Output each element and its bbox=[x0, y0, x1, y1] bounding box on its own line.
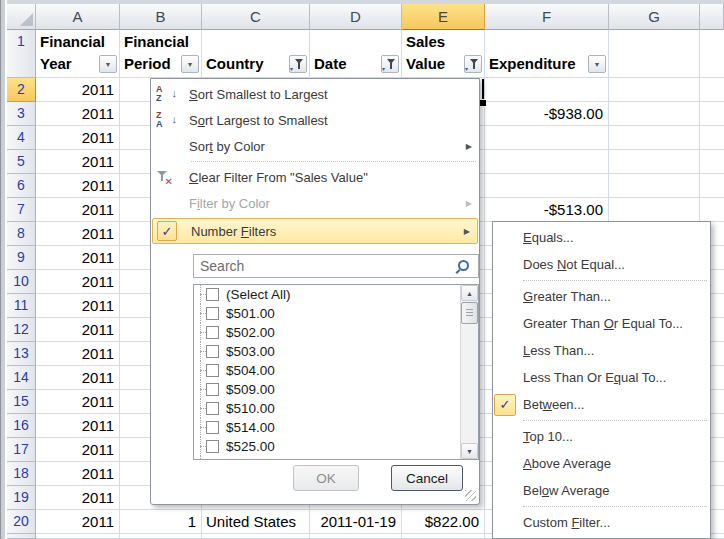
row-header-11[interactable]: 11 bbox=[7, 294, 36, 318]
row-header-17[interactable]: 17 bbox=[7, 438, 36, 462]
row-header-8[interactable]: 8 bbox=[7, 222, 36, 246]
menu-item-equals[interactable]: Equals... bbox=[493, 224, 710, 251]
menu-item-less-than[interactable]: Less Than... bbox=[493, 337, 710, 364]
col-header-G[interactable]: G bbox=[609, 4, 700, 30]
menu-item-top-10[interactable]: Top 10... bbox=[493, 423, 710, 450]
row-header-10[interactable]: 10 bbox=[7, 270, 36, 294]
cell-A14[interactable]: 2011 bbox=[36, 366, 120, 390]
checkbox-icon[interactable] bbox=[206, 345, 219, 358]
filter-value-514-00[interactable]: $514.00 bbox=[194, 418, 478, 437]
cell-G5[interactable] bbox=[609, 150, 700, 174]
cell-A7[interactable]: 2011 bbox=[36, 198, 120, 222]
row-header-2[interactable]: 2 bbox=[7, 78, 36, 102]
cell-G4[interactable] bbox=[609, 126, 700, 150]
menu-item-sort-largest-to-smallest[interactable]: ZA↓Sort Largest to Smallest bbox=[151, 107, 479, 133]
filter-button-country[interactable]: ▾ bbox=[289, 55, 307, 73]
cell-B20[interactable]: 1 bbox=[120, 510, 202, 534]
row-header-18[interactable]: 18 bbox=[7, 462, 36, 486]
menu-item-below-average[interactable]: Below Average bbox=[493, 477, 710, 504]
cell-A3[interactable]: 2011 bbox=[36, 102, 120, 126]
checkbox-icon[interactable] bbox=[206, 421, 219, 434]
cell-A1[interactable]: FinancialYear ▼ bbox=[36, 30, 120, 78]
cell-E[interactable] bbox=[402, 534, 485, 539]
cell-A19[interactable]: 2011 bbox=[36, 486, 120, 510]
col-header-E[interactable]: E bbox=[402, 4, 485, 30]
cell-H4[interactable] bbox=[700, 126, 724, 150]
search-input[interactable] bbox=[194, 255, 478, 277]
cell-B[interactable] bbox=[120, 534, 202, 539]
checkbox-icon[interactable] bbox=[206, 288, 219, 301]
select-all-corner[interactable] bbox=[7, 4, 36, 30]
cell-A15[interactable]: 2011 bbox=[36, 390, 120, 414]
cell-B1[interactable]: FinancialPeriod ▼ bbox=[120, 30, 202, 78]
checkbox-icon[interactable] bbox=[206, 364, 219, 377]
checkbox-icon[interactable] bbox=[206, 383, 219, 396]
filter-value-525-00[interactable]: $525.00 bbox=[194, 437, 478, 456]
cell-H5[interactable] bbox=[700, 150, 724, 174]
menu-item-number-filters[interactable]: ✓Number Filters▶ bbox=[152, 218, 478, 244]
cell-C[interactable] bbox=[202, 534, 310, 539]
cell-F2[interactable] bbox=[485, 78, 609, 102]
cell-C1[interactable]: Country ▾ bbox=[202, 30, 310, 78]
cell-F5[interactable] bbox=[485, 150, 609, 174]
cell-A17[interactable]: 2011 bbox=[36, 438, 120, 462]
cell-A6[interactable]: 2011 bbox=[36, 174, 120, 198]
cell-G3[interactable] bbox=[609, 102, 700, 126]
col-header-C[interactable]: C bbox=[202, 4, 310, 30]
cell-A10[interactable]: 2011 bbox=[36, 270, 120, 294]
cell-H2[interactable] bbox=[700, 78, 724, 102]
cell-A13[interactable]: 2011 bbox=[36, 342, 120, 366]
row-header-7[interactable]: 7 bbox=[7, 198, 36, 222]
row-header-16[interactable]: 16 bbox=[7, 414, 36, 438]
selection-fill-handle[interactable] bbox=[479, 99, 487, 107]
cell-A2[interactable]: 2011 bbox=[36, 78, 120, 102]
ok-button[interactable]: OK bbox=[293, 465, 359, 491]
cell-D[interactable] bbox=[310, 534, 402, 539]
filter-button-financial-period[interactable]: ▼ bbox=[181, 55, 199, 73]
scrollbar[interactable]: ▲ ▼ bbox=[460, 285, 478, 459]
row-header-12[interactable]: 12 bbox=[7, 318, 36, 342]
filter-button-financial-year[interactable]: ▼ bbox=[99, 55, 117, 73]
filter-button-expenditure[interactable]: ▼ bbox=[588, 55, 606, 73]
row-header-3[interactable]: 3 bbox=[7, 102, 36, 126]
checkbox-icon[interactable] bbox=[206, 326, 219, 339]
menu-item-custom-filter[interactable]: Custom Filter... bbox=[493, 509, 710, 536]
cell-A16[interactable]: 2011 bbox=[36, 414, 120, 438]
cell-F3[interactable]: -$938.00 bbox=[485, 102, 609, 126]
filter-value-501-00[interactable]: $501.00 bbox=[194, 304, 478, 323]
row-header-13[interactable]: 13 bbox=[7, 342, 36, 366]
menu-item-less-than-or-equal-to[interactable]: Less Than Or Equal To... bbox=[493, 364, 710, 391]
filter-button-sales-value[interactable]: ▾ bbox=[464, 55, 482, 73]
menu-item-sort-by-color[interactable]: Sort by Color▶ bbox=[151, 133, 479, 159]
row-header-4[interactable]: 4 bbox=[7, 126, 36, 150]
cell-A11[interactable]: 2011 bbox=[36, 294, 120, 318]
filter-button-date[interactable]: ▾ bbox=[381, 55, 399, 73]
row-header-20[interactable]: 20 bbox=[7, 510, 36, 534]
menu-item-sort-smallest-to-largest[interactable]: AZ↓Sort Smallest to Largest bbox=[151, 81, 479, 107]
cell-E1[interactable]: SalesValue ▾ bbox=[402, 30, 485, 78]
cell-D1[interactable]: Date ▾ bbox=[310, 30, 402, 78]
cancel-button[interactable]: Cancel bbox=[391, 465, 463, 491]
scrollbar-up-button[interactable]: ▲ bbox=[461, 285, 478, 301]
cell-E20[interactable]: $822.00 bbox=[402, 510, 485, 534]
menu-item-between[interactable]: ✓Between... bbox=[493, 391, 710, 418]
filter-value-504-00[interactable]: $504.00 bbox=[194, 361, 478, 380]
cell-A9[interactable]: 2011 bbox=[36, 246, 120, 270]
resize-grip[interactable] bbox=[465, 490, 476, 501]
filter-value-502-00[interactable]: $502.00 bbox=[194, 323, 478, 342]
cell-F7[interactable]: -$513.00 bbox=[485, 198, 609, 222]
scrollbar-down-button[interactable]: ▼ bbox=[461, 443, 478, 459]
checkbox-icon[interactable] bbox=[206, 440, 219, 453]
filter-value-503-00[interactable]: $503.00 bbox=[194, 342, 478, 361]
row-header-9[interactable]: 9 bbox=[7, 246, 36, 270]
scrollbar-thumb[interactable] bbox=[461, 302, 478, 324]
cell-A4[interactable]: 2011 bbox=[36, 126, 120, 150]
cell-A18[interactable]: 2011 bbox=[36, 462, 120, 486]
menu-item-filter-by-color[interactable]: Filter by Color▶ bbox=[151, 190, 479, 216]
cell-A5[interactable]: 2011 bbox=[36, 150, 120, 174]
cell-C20[interactable]: United States bbox=[202, 510, 310, 534]
filter-value-509-00[interactable]: $509.00 bbox=[194, 380, 478, 399]
checkbox-icon[interactable] bbox=[206, 307, 219, 320]
cell-F1[interactable]: Expenditure ▼ bbox=[485, 30, 609, 78]
cell-H3[interactable] bbox=[700, 102, 724, 126]
